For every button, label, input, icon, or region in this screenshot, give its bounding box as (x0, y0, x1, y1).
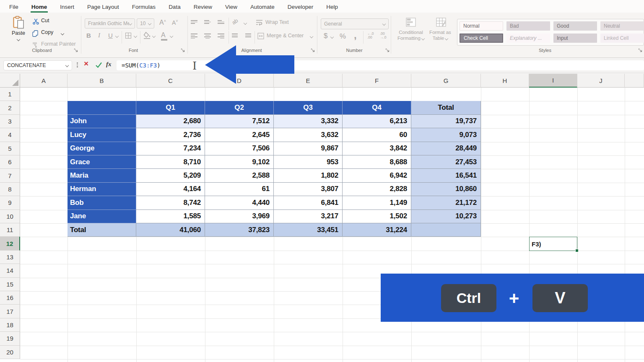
total-cell[interactable]: 21,172 (411, 196, 481, 209)
column-total-cell[interactable]: 37,823 (205, 223, 274, 237)
merge-center-dropdown-icon[interactable] (310, 35, 313, 38)
style-chip-input[interactable]: Input (553, 34, 597, 43)
align-middle-icon[interactable] (204, 20, 211, 24)
font-size-combo[interactable]: 10 (137, 18, 154, 28)
copy-icon[interactable] (32, 30, 39, 37)
style-chip-bad[interactable]: Bad (506, 21, 550, 31)
fill-handle[interactable] (575, 249, 579, 252)
comma-style-icon[interactable]: , (354, 29, 357, 41)
tab-view[interactable]: View (224, 2, 238, 13)
select-all-corner[interactable] (0, 74, 20, 88)
number-format-combo[interactable]: General (321, 18, 389, 29)
increase-indent-icon[interactable] (245, 34, 251, 37)
cut-label[interactable]: Cut (41, 18, 49, 23)
conditional-formatting-button[interactable]: Conditional Formatting (393, 29, 428, 41)
row-header-9[interactable]: 9 (0, 196, 20, 209)
value-cell[interactable]: 7,512 (205, 115, 274, 128)
value-cell[interactable]: 8,688 (343, 155, 411, 169)
tab-file[interactable]: File (8, 2, 19, 13)
name-cell-herman[interactable]: Herman (68, 183, 136, 196)
clipboard-dialog-launcher-icon[interactable] (74, 48, 78, 53)
insert-function-icon[interactable]: fx (106, 61, 112, 68)
font-color-icon[interactable]: A (161, 31, 167, 41)
row-header-17[interactable]: 17 (0, 305, 20, 318)
copy-label[interactable]: Copy (41, 29, 53, 35)
style-chip-linked-cell[interactable]: Linked Cell (600, 34, 644, 43)
column-header-E[interactable]: E (274, 74, 343, 88)
format-painter-icon[interactable] (32, 42, 38, 48)
number-dialog-launcher-icon[interactable] (385, 48, 390, 53)
row-header-16[interactable]: 16 (0, 291, 20, 305)
align-right-icon[interactable] (218, 34, 224, 39)
merge-center-icon[interactable] (257, 33, 264, 39)
row-header-19[interactable]: 19 (0, 332, 20, 345)
table-corner-cell[interactable] (68, 101, 136, 114)
increase-decimal-icon[interactable]: ←.0.00 (367, 32, 374, 39)
percent-icon[interactable]: % (340, 32, 346, 41)
fill-color-icon[interactable] (143, 32, 151, 39)
name-cell-maria[interactable]: Maria (68, 169, 136, 182)
row-header-15[interactable]: 15 (0, 278, 20, 291)
format-painter-label[interactable]: Format Painter (41, 41, 76, 47)
value-cell[interactable]: 953 (274, 155, 343, 169)
value-cell[interactable]: 6,841 (274, 196, 343, 209)
quarter-header-Q1[interactable]: Q1 (136, 101, 205, 114)
tab-page-layout[interactable]: Page Layout (86, 2, 120, 13)
total-cell[interactable]: 28,449 (411, 142, 481, 155)
value-cell[interactable]: 3,969 (205, 210, 274, 223)
name-cell-bob[interactable]: Bob (68, 196, 136, 209)
value-cell[interactable]: 4,164 (136, 183, 205, 196)
value-cell[interactable]: 2,588 (205, 169, 274, 182)
name-box[interactable]: CONCATENATE (3, 60, 72, 70)
row-header-4[interactable]: 4 (0, 128, 20, 142)
fill-color-dropdown-icon[interactable] (152, 34, 156, 38)
value-cell[interactable]: 9,867 (274, 142, 343, 155)
row-header-18[interactable]: 18 (0, 318, 20, 332)
value-cell[interactable]: 7,234 (136, 142, 205, 155)
column-header-B[interactable]: B (68, 74, 136, 88)
font-color-dropdown-icon[interactable] (170, 34, 173, 38)
value-cell[interactable]: 3,842 (343, 142, 411, 155)
column-total-cell[interactable]: 31,224 (343, 223, 411, 237)
value-cell[interactable]: 3,632 (274, 128, 343, 142)
borders-dropdown-icon[interactable] (134, 34, 137, 38)
column-header-A[interactable]: A (20, 74, 68, 88)
value-cell[interactable]: 1,585 (136, 210, 205, 223)
format-as-table-icon[interactable] (436, 18, 446, 27)
currency-dropdown-icon[interactable] (330, 35, 334, 39)
quarter-header-Q4[interactable]: Q4 (343, 101, 411, 114)
row-header-11[interactable]: 11 (0, 223, 20, 237)
underline-dropdown-icon[interactable] (115, 34, 119, 38)
column-header-I[interactable]: I (529, 74, 577, 88)
column-header-G[interactable]: G (411, 74, 481, 88)
value-cell[interactable]: 1,802 (274, 169, 343, 182)
total-cell[interactable]: 27,453 (411, 155, 481, 169)
total-column-header[interactable]: Total (411, 101, 481, 114)
value-cell[interactable]: 6,213 (343, 115, 411, 128)
value-cell[interactable]: 60 (343, 128, 411, 142)
italic-button[interactable]: I (98, 32, 100, 39)
column-header-D[interactable]: D (205, 74, 274, 88)
enter-icon[interactable] (95, 62, 102, 68)
name-cell-grace[interactable]: Grace (68, 155, 136, 169)
row-header-10[interactable]: 10 (0, 210, 20, 223)
style-chip-normal[interactable]: Normal (460, 21, 503, 31)
value-cell[interactable]: 9,102 (205, 155, 274, 169)
borders-icon[interactable] (125, 32, 132, 39)
align-top-icon[interactable] (191, 20, 197, 24)
align-center-icon[interactable] (204, 34, 211, 39)
value-cell[interactable]: 2,828 (343, 183, 411, 196)
font-dialog-launcher-icon[interactable] (181, 48, 185, 53)
style-chip-check-cell[interactable]: Check Cell (460, 34, 503, 43)
row-header-20[interactable]: 20 (0, 346, 20, 359)
tab-help[interactable]: Help (325, 2, 339, 13)
row-header-8[interactable]: 8 (0, 183, 20, 196)
align-left-icon[interactable] (191, 34, 197, 39)
total-cell[interactable]: 10,860 (411, 183, 481, 196)
name-cell-jane[interactable]: Jane (68, 210, 136, 223)
value-cell[interactable]: 2,645 (205, 128, 274, 142)
column-header-partial[interactable] (625, 74, 644, 88)
style-chip-neutral[interactable]: Neutral (600, 21, 644, 31)
value-cell[interactable]: 1,149 (343, 196, 411, 209)
align-bottom-icon[interactable] (218, 20, 224, 24)
